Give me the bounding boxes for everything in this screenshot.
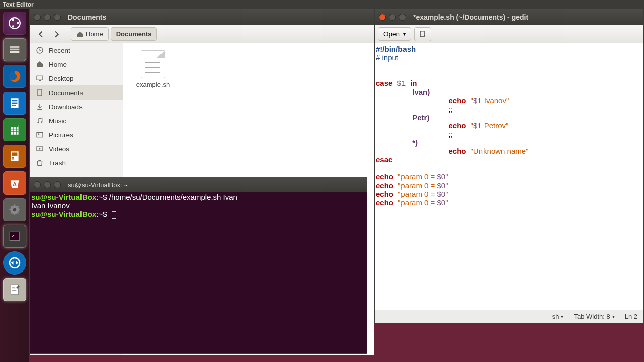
editor-body[interactable]: #!/bin/bash # input case $1 in Ivan) ech… xyxy=(375,43,643,209)
svg-rect-14 xyxy=(11,125,18,127)
sidebar-item-downloads[interactable]: Downloads xyxy=(30,100,123,114)
downloads-icon xyxy=(36,103,44,111)
impress-icon[interactable] xyxy=(3,145,26,168)
svg-point-42 xyxy=(38,133,40,135)
maximize-icon[interactable] xyxy=(54,14,61,21)
svg-rect-36 xyxy=(37,76,43,80)
sidebar-item-desktop[interactable]: Desktop xyxy=(30,71,123,85)
videos-icon xyxy=(36,145,44,153)
sidebar-item-music[interactable]: Music xyxy=(30,114,123,128)
gedit-launcher-icon[interactable] xyxy=(3,278,26,301)
chevron-down-icon: ▾ xyxy=(403,31,406,37)
gedit-toolbar: Open ▾ xyxy=(375,25,643,43)
minimize-icon[interactable] xyxy=(44,14,51,21)
minimize-icon[interactable] xyxy=(389,14,396,21)
gedit-statusbar: sh▾ Tab Width: 8▾ Ln 2 xyxy=(375,310,643,323)
svg-rect-32 xyxy=(12,287,15,288)
svg-rect-38 xyxy=(38,89,42,96)
svg-point-40 xyxy=(41,121,42,123)
svg-rect-9 xyxy=(12,100,18,101)
chevron-down-icon: ▾ xyxy=(561,314,564,319)
calc-icon[interactable] xyxy=(3,118,26,141)
svg-rect-22 xyxy=(12,158,14,159)
svg-point-3 xyxy=(12,25,14,27)
close-icon[interactable] xyxy=(34,14,41,21)
script-file-icon xyxy=(141,50,165,78)
svg-rect-12 xyxy=(12,105,16,106)
pictures-icon xyxy=(36,131,44,139)
cursor xyxy=(112,211,116,219)
close-icon[interactable] xyxy=(34,181,41,188)
open-button[interactable]: Open ▾ xyxy=(378,27,411,41)
svg-point-2 xyxy=(12,19,14,21)
minimize-icon[interactable] xyxy=(44,181,51,188)
maximize-icon[interactable] xyxy=(399,14,406,21)
dash-icon[interactable] xyxy=(3,12,26,35)
unity-launcher: A >_ xyxy=(0,9,29,362)
terminal-title: su@su-VirtualBox: ~ xyxy=(68,181,128,189)
window-title: Documents xyxy=(68,13,106,21)
maximize-icon[interactable] xyxy=(54,181,61,188)
svg-text:>_: >_ xyxy=(12,233,18,238)
gedit-window: *example.sh (~/Documents) - gedit Open ▾… xyxy=(374,9,644,323)
forward-button[interactable] xyxy=(50,27,64,41)
new-doc-icon xyxy=(419,30,427,38)
svg-rect-11 xyxy=(12,103,18,104)
sidebar-item-recent[interactable]: Recent xyxy=(30,43,123,57)
sidebar-item-documents[interactable]: Documents xyxy=(30,85,123,100)
firefox-icon[interactable] xyxy=(3,65,26,88)
terminal-body[interactable]: su@su-VirtualBox:~$ /home/su/Documents/e… xyxy=(30,192,367,220)
terminal-titlebar[interactable]: su@su-VirtualBox: ~ xyxy=(30,177,367,192)
svg-rect-5 xyxy=(10,49,20,51)
status-tabwidth[interactable]: Tab Width: 8▾ xyxy=(574,313,614,320)
status-line: Ln 2 xyxy=(625,313,637,320)
svg-rect-4 xyxy=(10,46,20,48)
sidebar-item-home[interactable]: Home xyxy=(30,57,123,71)
back-button[interactable] xyxy=(34,27,48,41)
trash-icon xyxy=(36,159,44,167)
svg-rect-21 xyxy=(12,157,14,158)
teamviewer-icon[interactable] xyxy=(3,251,26,275)
svg-rect-33 xyxy=(12,289,17,289)
svg-rect-44 xyxy=(38,160,41,161)
svg-text:A: A xyxy=(13,180,17,187)
svg-rect-41 xyxy=(37,132,43,137)
svg-rect-34 xyxy=(12,290,17,291)
svg-rect-10 xyxy=(12,102,18,103)
home-icon xyxy=(76,31,84,38)
chevron-down-icon: ▾ xyxy=(612,314,615,319)
desktop-icon xyxy=(36,74,44,82)
gedit-title: *example.sh (~/Documents) - gedit xyxy=(413,13,528,21)
path-home[interactable]: Home xyxy=(71,27,109,41)
clock-icon xyxy=(36,46,44,54)
new-tab-button[interactable] xyxy=(414,27,431,41)
software-center-icon[interactable]: A xyxy=(3,171,26,195)
home-icon xyxy=(36,60,44,68)
files-launcher-icon[interactable] xyxy=(3,38,26,61)
settings-icon[interactable] xyxy=(3,198,26,221)
files-toolbar: Home Documents xyxy=(30,25,374,43)
close-icon[interactable] xyxy=(379,14,386,21)
file-example-sh[interactable]: example.sh xyxy=(130,50,176,88)
sidebar-item-videos[interactable]: Videos xyxy=(30,142,123,156)
svg-point-1 xyxy=(17,22,19,24)
writer-icon[interactable] xyxy=(3,92,26,115)
status-lang[interactable]: sh▾ xyxy=(552,313,564,320)
app-title: Text Editor xyxy=(3,1,34,8)
music-icon xyxy=(36,117,44,125)
path-documents[interactable]: Documents xyxy=(111,27,157,41)
svg-rect-31 xyxy=(11,285,18,295)
files-titlebar[interactable]: Documents xyxy=(30,9,374,25)
terminal-launcher-icon[interactable]: >_ xyxy=(3,225,26,248)
svg-rect-20 xyxy=(12,152,18,156)
svg-point-39 xyxy=(37,122,39,124)
terminal-window: su@su-VirtualBox: ~ su@su-VirtualBox:~$ … xyxy=(29,177,367,354)
sidebar-item-trash[interactable]: Trash xyxy=(30,156,123,170)
svg-rect-6 xyxy=(10,51,20,53)
gedit-titlebar[interactable]: *example.sh (~/Documents) - gedit xyxy=(375,9,643,25)
svg-point-25 xyxy=(13,208,17,212)
menubar: Text Editor xyxy=(0,0,644,9)
file-name: example.sh xyxy=(136,81,170,88)
sidebar-item-pictures[interactable]: Pictures xyxy=(30,128,123,142)
documents-icon xyxy=(36,88,44,97)
